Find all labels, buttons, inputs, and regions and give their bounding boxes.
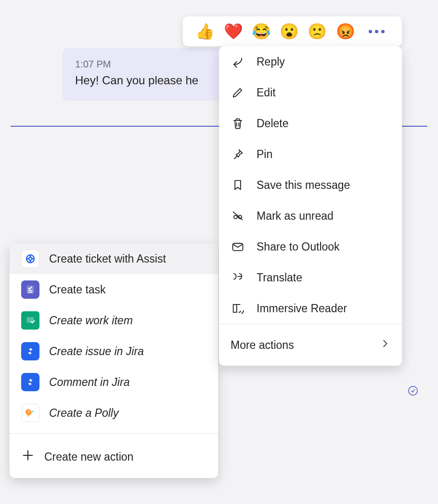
- submenu-create-new-action[interactable]: Create new action: [10, 436, 218, 478]
- trash-icon: [231, 116, 245, 131]
- context-item-label: Reply: [257, 55, 285, 68]
- context-item-edit[interactable]: Edit: [219, 77, 402, 108]
- immersive-reader-icon: [231, 301, 245, 316]
- submenu-item-create-work-item[interactable]: Create work item: [10, 305, 218, 336]
- svg-point-3: [409, 386, 417, 395]
- reply-icon: [231, 54, 245, 69]
- jira-app-icon: [21, 342, 39, 360]
- context-item-label: Pin: [257, 148, 272, 161]
- context-item-share-outlook[interactable]: Share to Outlook: [219, 231, 402, 262]
- reaction-thumbs-up[interactable]: 👍: [195, 24, 215, 39]
- submenu-item-label: Create ticket with Assist: [49, 252, 166, 265]
- submenu-item-comment-jira[interactable]: Comment in Jira: [10, 367, 218, 398]
- context-item-label: Share to Outlook: [257, 240, 340, 253]
- azure-boards-app-icon: [21, 311, 39, 330]
- translate-icon: [231, 270, 245, 285]
- context-item-label: Edit: [257, 86, 276, 99]
- submenu-new-action-label: Create new action: [44, 451, 133, 464]
- context-item-label: Translate: [257, 271, 302, 284]
- tasks-app-icon: [21, 280, 39, 299]
- svg-point-5: [29, 257, 32, 260]
- submenu-item-label: Comment in Jira: [49, 376, 129, 389]
- chevron-right-icon: [380, 338, 390, 352]
- submenu-separator: [10, 433, 218, 434]
- reaction-angry[interactable]: 😡: [336, 24, 355, 39]
- jira-app-icon: [21, 373, 39, 391]
- submenu-item-label: Create task: [49, 283, 106, 296]
- reaction-laugh[interactable]: 😂: [252, 24, 271, 39]
- svg-point-0: [234, 215, 237, 219]
- submenu-item-label: Create issue in Jira: [49, 345, 144, 358]
- context-item-pin[interactable]: Pin: [219, 139, 402, 170]
- reaction-bar: 👍 ❤️ 😂 😮 🙁 😡: [183, 16, 402, 46]
- context-item-immersive-reader[interactable]: Immersive Reader: [219, 293, 402, 324]
- bookmark-icon: [231, 178, 245, 192]
- svg-point-8: [28, 411, 30, 412]
- submenu-item-create-task[interactable]: Create task: [10, 274, 218, 305]
- reaction-heart[interactable]: ❤️: [224, 24, 243, 39]
- context-item-label: Immersive Reader: [257, 302, 347, 315]
- message-read-check-icon: [408, 385, 418, 396]
- context-item-save[interactable]: Save this message: [219, 170, 402, 200]
- reaction-sad[interactable]: 🙁: [308, 24, 327, 39]
- submenu-item-create-jira-issue[interactable]: Create issue in Jira: [10, 336, 218, 367]
- more-reactions-button[interactable]: [364, 27, 389, 36]
- context-item-delete[interactable]: Delete: [219, 108, 402, 139]
- context-item-label: Delete: [257, 117, 288, 130]
- assist-app-icon: [21, 250, 39, 268]
- context-item-mark-unread[interactable]: Mark as unread: [219, 200, 402, 231]
- context-more-actions[interactable]: More actions: [219, 324, 402, 366]
- context-item-translate[interactable]: Translate: [219, 262, 402, 293]
- context-more-label: More actions: [231, 339, 294, 352]
- submenu-item-create-polly[interactable]: Create a Polly: [10, 398, 218, 428]
- message-context-menu: Reply Edit Delete Pin Save this message …: [219, 46, 402, 366]
- submenu-item-label: Create a Polly: [49, 407, 118, 420]
- reaction-surprised[interactable]: 😮: [280, 24, 299, 39]
- glasses-off-icon: [231, 209, 245, 223]
- edit-pencil-icon: [231, 85, 245, 100]
- context-item-label: Mark as unread: [257, 210, 334, 223]
- context-item-reply[interactable]: Reply: [219, 46, 402, 77]
- context-item-label: Save this message: [257, 179, 350, 192]
- plus-icon: [21, 449, 35, 465]
- mail-icon: [231, 239, 245, 254]
- pin-icon: [231, 147, 245, 161]
- submenu-item-label: Create work item: [49, 314, 133, 327]
- polly-app-icon: [21, 404, 39, 422]
- more-actions-submenu: Create ticket with Assist Create task Cr…: [10, 243, 218, 478]
- submenu-item-assist-ticket[interactable]: Create ticket with Assist: [10, 243, 218, 274]
